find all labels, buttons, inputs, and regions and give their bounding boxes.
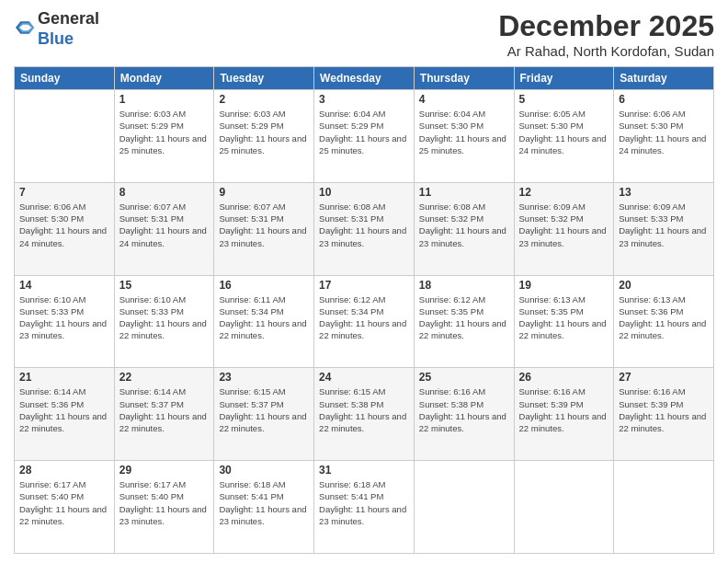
table-row: 28Sunrise: 6:17 AM Sunset: 5:40 PM Dayli… [15,461,115,554]
header-monday: Monday [114,67,214,90]
cell-info: Sunrise: 6:16 AM Sunset: 5:39 PM Dayligh… [519,385,609,434]
cell-info: Sunrise: 6:04 AM Sunset: 5:29 PM Dayligh… [319,108,409,156]
cell-info: Sunrise: 6:18 AM Sunset: 5:41 PM Dayligh… [219,478,309,527]
table-row: 31Sunrise: 6:18 AM Sunset: 5:41 PM Dayli… [314,461,415,554]
table-row: 23Sunrise: 6:15 AM Sunset: 5:37 PM Dayli… [214,368,314,461]
cell-date: 20 [619,279,709,292]
cell-date: 9 [219,186,309,199]
cell-info: Sunrise: 6:17 AM Sunset: 5:40 PM Dayligh… [119,478,210,527]
cell-date: 29 [119,464,210,477]
logo-icon [16,18,34,37]
table-row: 9Sunrise: 6:07 AM Sunset: 5:31 PM Daylig… [214,182,314,275]
table-row: 13Sunrise: 6:09 AM Sunset: 5:33 PM Dayli… [614,182,714,275]
calendar-week-row: 1Sunrise: 6:03 AM Sunset: 5:29 PM Daylig… [15,90,714,183]
month-title: December 2025 [498,9,714,43]
cell-info: Sunrise: 6:13 AM Sunset: 5:36 PM Dayligh… [619,293,709,342]
calendar-week-row: 14Sunrise: 6:10 AM Sunset: 5:33 PM Dayli… [15,275,714,368]
cell-info: Sunrise: 6:07 AM Sunset: 5:31 PM Dayligh… [219,201,309,249]
table-row: 10Sunrise: 6:08 AM Sunset: 5:31 PM Dayli… [314,182,415,275]
calendar-week-row: 28Sunrise: 6:17 AM Sunset: 5:40 PM Dayli… [15,461,714,554]
cell-info: Sunrise: 6:15 AM Sunset: 5:38 PM Dayligh… [319,385,409,434]
calendar-week-row: 7Sunrise: 6:06 AM Sunset: 5:30 PM Daylig… [15,182,714,275]
table-row: 2Sunrise: 6:03 AM Sunset: 5:29 PM Daylig… [214,90,314,183]
table-row: 8Sunrise: 6:07 AM Sunset: 5:31 PM Daylig… [114,182,214,275]
cell-info: Sunrise: 6:08 AM Sunset: 5:31 PM Dayligh… [319,201,409,249]
cell-date: 19 [519,279,609,292]
table-row: 3Sunrise: 6:04 AM Sunset: 5:29 PM Daylig… [314,90,415,183]
cell-date: 16 [219,279,309,292]
cell-date: 31 [319,464,409,477]
cell-info: Sunrise: 6:09 AM Sunset: 5:32 PM Dayligh… [519,201,609,249]
table-row: 21Sunrise: 6:14 AM Sunset: 5:36 PM Dayli… [15,368,115,461]
cell-date: 2 [219,93,309,106]
header-thursday: Thursday [414,67,514,90]
table-row: 30Sunrise: 6:18 AM Sunset: 5:41 PM Dayli… [214,461,314,554]
logo-blue: Blue [38,29,74,48]
table-row: 5Sunrise: 6:05 AM Sunset: 5:30 PM Daylig… [514,90,614,183]
cell-info: Sunrise: 6:08 AM Sunset: 5:32 PM Dayligh… [419,201,509,249]
table-row: 20Sunrise: 6:13 AM Sunset: 5:36 PM Dayli… [614,275,714,368]
table-row: 29Sunrise: 6:17 AM Sunset: 5:40 PM Dayli… [114,461,214,554]
cell-date: 6 [619,93,709,106]
table-row: 16Sunrise: 6:11 AM Sunset: 5:34 PM Dayli… [214,275,314,368]
table-row: 17Sunrise: 6:12 AM Sunset: 5:34 PM Dayli… [314,275,415,368]
cell-date: 12 [519,186,609,199]
cell-info: Sunrise: 6:13 AM Sunset: 5:35 PM Dayligh… [519,293,609,342]
table-row: 1Sunrise: 6:03 AM Sunset: 5:29 PM Daylig… [114,90,214,183]
header-wednesday: Wednesday [314,67,415,90]
cell-info: Sunrise: 6:10 AM Sunset: 5:33 PM Dayligh… [119,293,210,342]
cell-date: 3 [319,93,409,106]
table-row: 26Sunrise: 6:16 AM Sunset: 5:39 PM Dayli… [514,368,614,461]
table-row [414,461,514,554]
header: General Blue December 2025 Ar Rahad, Nor… [14,9,714,59]
cell-info: Sunrise: 6:14 AM Sunset: 5:37 PM Dayligh… [119,385,210,434]
cell-date: 25 [419,371,509,384]
cell-date: 30 [219,464,309,477]
cell-date: 4 [419,93,509,106]
table-row: 14Sunrise: 6:10 AM Sunset: 5:33 PM Dayli… [15,275,115,368]
cell-date: 26 [519,371,609,384]
calendar-page: General Blue December 2025 Ar Rahad, Nor… [0,0,728,563]
cell-date: 28 [19,464,109,477]
cell-info: Sunrise: 6:09 AM Sunset: 5:33 PM Dayligh… [619,201,709,249]
cell-date: 5 [519,93,609,106]
cell-info: Sunrise: 6:15 AM Sunset: 5:37 PM Dayligh… [219,385,309,434]
calendar-week-row: 21Sunrise: 6:14 AM Sunset: 5:36 PM Dayli… [15,368,714,461]
location-title: Ar Rahad, North Kordofan, Sudan [498,43,714,59]
cell-date: 11 [419,186,509,199]
logo-text: General Blue [38,9,99,49]
table-row: 4Sunrise: 6:04 AM Sunset: 5:30 PM Daylig… [414,90,514,183]
cell-date: 21 [19,371,109,384]
cell-info: Sunrise: 6:06 AM Sunset: 5:30 PM Dayligh… [19,201,109,249]
cell-date: 1 [119,93,210,106]
cell-info: Sunrise: 6:14 AM Sunset: 5:36 PM Dayligh… [19,385,109,434]
title-block: December 2025 Ar Rahad, North Kordofan, … [498,9,714,59]
cell-info: Sunrise: 6:03 AM Sunset: 5:29 PM Dayligh… [119,108,210,156]
table-row: 7Sunrise: 6:06 AM Sunset: 5:30 PM Daylig… [15,182,115,275]
cell-info: Sunrise: 6:04 AM Sunset: 5:30 PM Dayligh… [419,108,509,156]
table-row: 12Sunrise: 6:09 AM Sunset: 5:32 PM Dayli… [514,182,614,275]
cell-info: Sunrise: 6:12 AM Sunset: 5:35 PM Dayligh… [419,293,509,342]
cell-info: Sunrise: 6:16 AM Sunset: 5:39 PM Dayligh… [619,385,709,434]
cell-info: Sunrise: 6:05 AM Sunset: 5:30 PM Dayligh… [519,108,609,156]
cell-info: Sunrise: 6:12 AM Sunset: 5:34 PM Dayligh… [319,293,409,342]
table-row: 6Sunrise: 6:06 AM Sunset: 5:30 PM Daylig… [614,90,714,183]
table-row: 19Sunrise: 6:13 AM Sunset: 5:35 PM Dayli… [514,275,614,368]
table-row: 27Sunrise: 6:16 AM Sunset: 5:39 PM Dayli… [614,368,714,461]
cell-date: 7 [19,186,109,199]
table-row [15,90,115,183]
cell-date: 10 [319,186,409,199]
header-friday: Friday [514,67,614,90]
cell-info: Sunrise: 6:16 AM Sunset: 5:38 PM Dayligh… [419,385,509,434]
cell-date: 24 [319,371,409,384]
table-row: 25Sunrise: 6:16 AM Sunset: 5:38 PM Dayli… [414,368,514,461]
table-row: 15Sunrise: 6:10 AM Sunset: 5:33 PM Dayli… [114,275,214,368]
table-row [614,461,714,554]
cell-date: 22 [119,371,210,384]
calendar-table: Sunday Monday Tuesday Wednesday Thursday… [14,66,714,554]
weekday-header-row: Sunday Monday Tuesday Wednesday Thursday… [15,67,714,90]
header-tuesday: Tuesday [214,67,314,90]
header-saturday: Saturday [614,67,714,90]
cell-date: 18 [419,279,509,292]
cell-date: 8 [119,186,210,199]
